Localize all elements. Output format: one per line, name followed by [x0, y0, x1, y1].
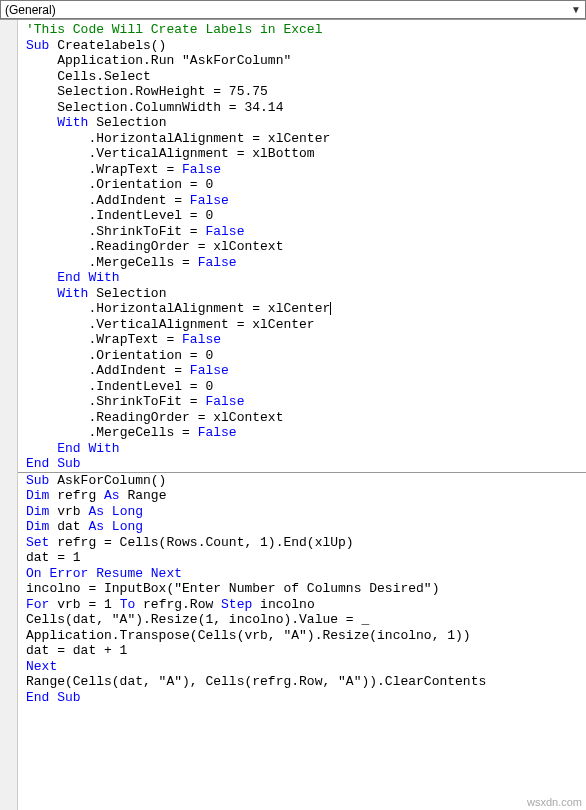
code-line[interactable]: dat = dat + 1 [26, 643, 586, 659]
code-line[interactable]: .Orientation = 0 [26, 177, 586, 193]
code-line[interactable]: Sub AskForColumn() [26, 473, 586, 489]
code-line[interactable]: .HorizontalAlignment = xlCenter [26, 301, 586, 317]
code-line[interactable]: Dim vrb As Long [26, 504, 586, 520]
code-line[interactable]: Cells(dat, "A").Resize(1, incolno).Value… [26, 612, 586, 628]
code-line[interactable]: End With [26, 441, 586, 457]
text-cursor [330, 302, 331, 315]
code-line[interactable]: Sub Createlabels() [26, 38, 586, 54]
code-line[interactable]: .MergeCells = False [26, 255, 586, 271]
object-dropdown-label: (General) [5, 3, 56, 17]
code-line[interactable]: Dim dat As Long [26, 519, 586, 535]
code-line[interactable]: .ReadingOrder = xlContext [26, 410, 586, 426]
code-line[interactable]: Selection.RowHeight = 75.75 [26, 84, 586, 100]
code-line[interactable]: .HorizontalAlignment = xlCenter [26, 131, 586, 147]
code-line[interactable]: End Sub [26, 456, 586, 472]
code-line[interactable]: Set refrg = Cells(Rows.Count, 1).End(xlU… [26, 535, 586, 551]
code-line[interactable]: .IndentLevel = 0 [26, 208, 586, 224]
code-line[interactable]: .Orientation = 0 [26, 348, 586, 364]
code-line[interactable]: dat = 1 [26, 550, 586, 566]
code-line[interactable]: Range(Cells(dat, "A"), Cells(refrg.Row, … [26, 674, 586, 690]
code-line[interactable]: .WrapText = False [26, 332, 586, 348]
code-line[interactable]: 'This Code Will Create Labels in Excel [26, 22, 586, 38]
code-line[interactable]: .AddIndent = False [26, 363, 586, 379]
code-line[interactable]: incolno = InputBox("Enter Number of Colu… [26, 581, 586, 597]
code-line[interactable]: .MergeCells = False [26, 425, 586, 441]
code-line[interactable]: .WrapText = False [26, 162, 586, 178]
code-line[interactable]: .VerticalAlignment = xlCenter [26, 317, 586, 333]
code-line[interactable]: .VerticalAlignment = xlBottom [26, 146, 586, 162]
watermark: wsxdn.com [527, 796, 582, 808]
code-line[interactable]: With Selection [26, 115, 586, 131]
code-line[interactable]: .ShrinkToFit = False [26, 394, 586, 410]
code-line[interactable]: .AddIndent = False [26, 193, 586, 209]
code-line[interactable]: End Sub [26, 690, 586, 706]
code-line[interactable]: Application.Transpose(Cells(vrb, "A").Re… [26, 628, 586, 644]
code-line[interactable]: .ReadingOrder = xlContext [26, 239, 586, 255]
code-line[interactable]: Next [26, 659, 586, 675]
chevron-down-icon: ▼ [571, 4, 581, 15]
code-line[interactable]: Selection.ColumnWidth = 34.14 [26, 100, 586, 116]
code-content[interactable]: 'This Code Will Create Labels in ExcelSu… [18, 20, 586, 810]
code-line[interactable]: On Error Resume Next [26, 566, 586, 582]
code-margin [0, 20, 18, 810]
object-dropdown[interactable]: (General) ▼ [0, 0, 586, 19]
code-line[interactable]: End With [26, 270, 586, 286]
code-line[interactable]: For vrb = 1 To refrg.Row Step incolno [26, 597, 586, 613]
object-procedure-bar: (General) ▼ [0, 0, 586, 20]
code-line[interactable]: .IndentLevel = 0 [26, 379, 586, 395]
code-line[interactable]: With Selection [26, 286, 586, 302]
code-line[interactable]: Dim refrg As Range [26, 488, 586, 504]
code-line[interactable]: Application.Run "AskForColumn" [26, 53, 586, 69]
code-line[interactable]: Cells.Select [26, 69, 586, 85]
code-line[interactable]: .ShrinkToFit = False [26, 224, 586, 240]
code-editor[interactable]: 'This Code Will Create Labels in ExcelSu… [0, 20, 586, 810]
